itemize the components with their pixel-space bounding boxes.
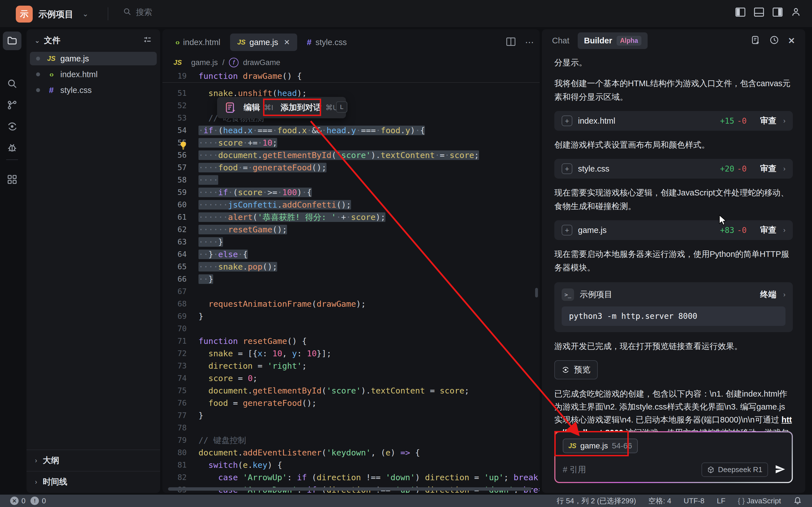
code-line-68[interactable]: 68 requestAnimationFrame(drawGame); [162,298,540,310]
warnings-icon[interactable]: ! [31,497,39,505]
file-change-card-style.css[interactable]: +style.css+20-0审查› [554,159,793,179]
file-item-style.css[interactable]: #style.css [30,83,157,97]
new-chat-icon[interactable] [751,35,760,46]
code-line-55[interactable]: 55····score·+=·10; [162,136,540,149]
code-line-61[interactable]: 61······alert('恭喜获胜! 得分: '·+·score); [162,211,540,223]
review-button[interactable]: 审查 [760,163,776,174]
global-search[interactable]: 搜索 [123,7,152,18]
code-line-81[interactable]: 81 switch(e.key) { [162,459,540,471]
language-mode[interactable]: { } JavaScript [738,497,781,505]
chevron-right-icon: › [783,165,785,173]
cursor-position[interactable]: 行 54，列 2 (已选择299) [557,496,636,506]
outline-section[interactable]: › 大纲 [27,450,160,471]
tab-index.html[interactable]: ‹›index.html [168,34,228,51]
code-line-66[interactable]: 66··} [162,273,540,285]
breadcrumb-file[interactable]: game.js [191,58,218,67]
code-line-58[interactable]: 58···· [162,174,540,186]
toggle-left-panel-icon[interactable] [735,8,746,17]
breadcrumb-symbol[interactable]: drawGame [243,58,280,67]
code-line-57[interactable]: 57····food·=·generateFood(); [162,161,540,174]
code-line-54[interactable]: 54·if·(head.x·===·food.x·&&·head.y·===·f… [162,124,540,136]
code-line-62[interactable]: 62······resetGame(); [162,223,540,236]
code-line-72[interactable]: 72 snake = [{x: 10, y: 10}]; [162,347,540,360]
removed-lines: -0 [737,226,747,235]
code-text: ····} [199,236,223,248]
debug-icon[interactable] [3,138,21,157]
vertical-scrollbar[interactable] [535,288,538,297]
close-tab-icon[interactable]: ✕ [284,38,290,47]
project-icon[interactable]: 示 [16,6,33,22]
code-line-69[interactable]: 69} [162,310,540,323]
code-text: document.getElementById('score').textCon… [199,385,469,397]
code-line-82[interactable]: 82 case 'ArrowUp': if (direction !== 'do… [162,471,540,484]
terminal-card[interactable]: >_示例项目终端›python3 -m http.server 8000 [554,282,793,332]
explorer-title[interactable]: 文件 [44,35,60,46]
code-area[interactable]: 19function drawGame() { 51 snake.unshift… [162,70,540,493]
chevron-down-icon[interactable]: ⌄ [82,10,89,18]
horizontal-scrollbar[interactable] [168,487,532,491]
code-line-60[interactable]: 60······jsConfetti.addConfetti(); [162,199,540,211]
filter-icon[interactable] [143,35,152,46]
code-line-70[interactable]: 70 [162,323,540,335]
code-line-78[interactable]: 78 [162,421,540,434]
file-change-card-game.js[interactable]: +game.js+83-0审查› [554,220,793,240]
chevron-down-icon[interactable]: ⌄ [35,37,40,45]
preview-icon[interactable] [3,117,21,136]
preview-label: 预览 [574,364,591,376]
tab-builder[interactable]: Builder Alpha [578,33,648,49]
selection-highlight: ····document.getElementById('score').tex… [199,151,479,160]
edit-action[interactable]: 编辑 [244,102,260,113]
extensions-icon[interactable] [3,170,21,189]
code-line-77[interactable]: 77} [162,409,540,421]
send-icon[interactable] [775,464,785,476]
encoding[interactable]: UTF-8 [684,497,705,505]
code-line-75[interactable]: 75 document.getElementById('score').text… [162,385,540,397]
timeline-section[interactable]: › 时间线 [27,471,160,492]
reference-button[interactable]: # 引用 [563,464,586,475]
review-button[interactable]: 审查 [760,224,776,236]
line-number: 68 [162,298,187,310]
code-line-80[interactable]: 80document.addEventListener('keydown', (… [162,446,540,459]
project-name[interactable]: 示例项目 [38,8,73,20]
code-line-59[interactable]: 59····if·(score·>=·100)·{ [162,186,540,199]
diff-stats: +20-0 [720,164,747,173]
code-line-79[interactable]: 79// 键盘控制 [162,434,540,446]
file-item-index.html[interactable]: ‹›index.html [30,68,157,81]
model-selector[interactable]: Deepseek R1 [702,462,768,477]
toggle-bottom-panel-icon[interactable] [754,8,764,17]
close-icon[interactable]: ✕ [788,36,795,46]
account-icon[interactable] [791,7,801,17]
code-line-73[interactable]: 73 direction = 'right'; [162,360,540,372]
review-button[interactable]: 审查 [760,115,776,126]
code-line-19[interactable]: 19function drawGame() { [162,70,540,82]
history-icon[interactable] [769,35,779,46]
lightbulb-icon[interactable] [179,141,188,150]
more-actions-icon[interactable]: ⋯ [525,37,534,48]
split-editor-icon[interactable] [506,38,515,47]
tab-chat[interactable]: Chat [552,36,569,45]
toggle-right-panel-icon[interactable] [772,8,783,17]
code-line-64[interactable]: 64··}·else·{ [162,248,540,261]
preview-button[interactable]: 预览 [554,360,598,379]
tab-style.css[interactable]: #style.css [299,34,354,51]
file-item-game.js[interactable]: JSgame.js [30,52,157,65]
code-line-67[interactable]: 67 [162,285,540,298]
code-line-71[interactable]: 71function resetGame() { [162,335,540,347]
source-control-icon[interactable] [3,96,21,114]
code-text: ······jsConfetti.addConfetti(); [199,199,351,211]
eol[interactable]: LF [717,497,725,505]
code-line-63[interactable]: 63····} [162,236,540,248]
code-line-56[interactable]: 56····document.getElementById('score').t… [162,149,540,161]
code-line-65[interactable]: 65····snake.pop(); [162,261,540,273]
code-line-76[interactable]: 76 food = generateFood(); [162,397,540,409]
indentation[interactable]: 空格: 4 [649,496,671,506]
terminal-button[interactable]: 终端 [760,289,776,300]
bell-icon[interactable] [794,496,802,506]
sticky-scope-line[interactable]: 19function drawGame() { [162,70,540,83]
tab-game.js[interactable]: JSgame.js✕ [230,34,297,51]
search-sidebar-icon[interactable] [3,74,21,93]
files-icon[interactable] [3,32,21,50]
code-line-74[interactable]: 74 score = 0; [162,372,540,385]
file-change-card-index.html[interactable]: +index.html+15-0审查› [554,111,793,131]
errors-icon[interactable]: ✕ [10,497,18,505]
